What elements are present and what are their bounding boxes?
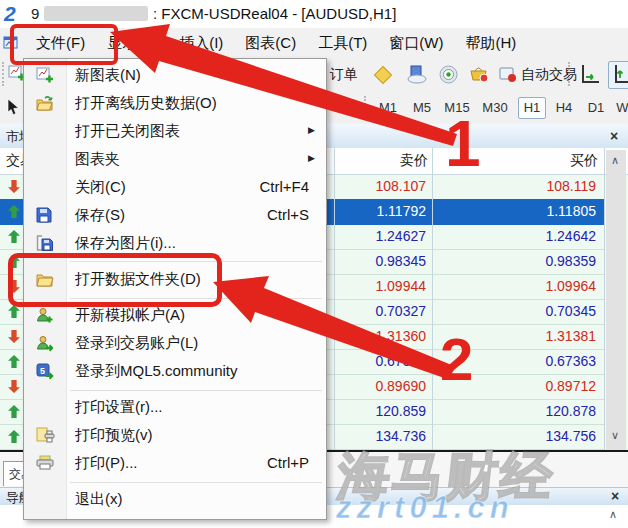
annotation-arrows bbox=[0, 0, 628, 528]
mt4-window: 2 9 : FXCM-USDReal04 - [AUDUSD,H1] 文件(F)… bbox=[0, 0, 628, 528]
annotation-step-2: 2 bbox=[440, 330, 473, 390]
annotation-step-1: 1 bbox=[445, 112, 481, 176]
annotation-arrow-1 bbox=[110, 24, 457, 146]
annotation-arrow-2 bbox=[213, 276, 454, 380]
